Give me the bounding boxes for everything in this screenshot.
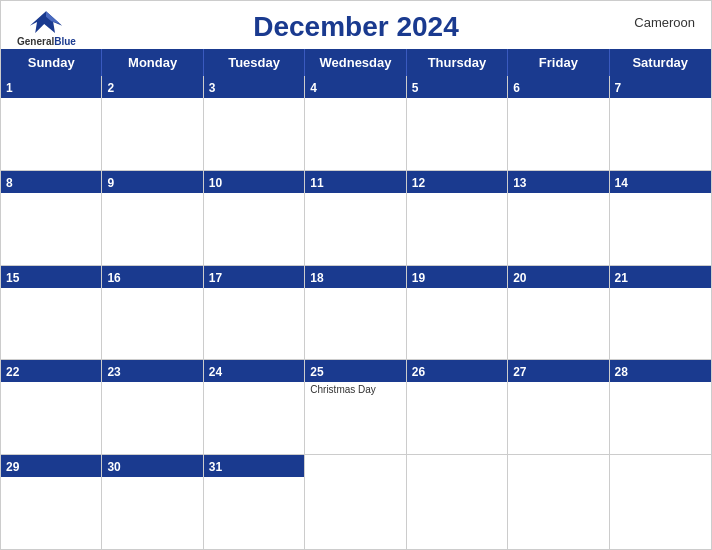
- calendar-cell: 29: [1, 455, 102, 549]
- date-number: 3: [209, 81, 216, 95]
- calendar-container: GeneralBlue December 2024 Cameroon Sunda…: [0, 0, 712, 550]
- calendar-cell: 15: [1, 266, 102, 361]
- calendar-cell: 24: [204, 360, 305, 455]
- calendar-cell: 5: [407, 76, 508, 171]
- calendar-cell: 30: [102, 455, 203, 549]
- calendar-cell: 20: [508, 266, 609, 361]
- calendar-grid: 1234567891011121314151617181920212223242…: [1, 76, 711, 549]
- date-number: 18: [310, 271, 323, 285]
- event-label: Christmas Day: [310, 384, 400, 395]
- calendar-cell: 6: [508, 76, 609, 171]
- calendar-cell: 4: [305, 76, 406, 171]
- date-number: 8: [6, 176, 13, 190]
- date-number: 20: [513, 271, 526, 285]
- day-header-saturday: Saturday: [610, 49, 711, 76]
- date-number: 14: [615, 176, 628, 190]
- calendar-cell: 2: [102, 76, 203, 171]
- calendar-cell: 14: [610, 171, 711, 266]
- date-number: 12: [412, 176, 425, 190]
- date-number: 22: [6, 365, 19, 379]
- date-number: 23: [107, 365, 120, 379]
- calendar-cell: 8: [1, 171, 102, 266]
- calendar-cell: 23: [102, 360, 203, 455]
- days-of-week-header: Sunday Monday Tuesday Wednesday Thursday…: [1, 49, 711, 76]
- calendar-cell: 12: [407, 171, 508, 266]
- calendar-cell: 31: [204, 455, 305, 549]
- date-number: 13: [513, 176, 526, 190]
- date-number: 9: [107, 176, 114, 190]
- calendar-cell: [508, 455, 609, 549]
- day-header-friday: Friday: [508, 49, 609, 76]
- date-number: 11: [310, 176, 323, 190]
- day-header-monday: Monday: [102, 49, 203, 76]
- calendar-cell: 13: [508, 171, 609, 266]
- date-number: 10: [209, 176, 222, 190]
- calendar-cell: 25Christmas Day: [305, 360, 406, 455]
- calendar-cell: 28: [610, 360, 711, 455]
- day-header-thursday: Thursday: [407, 49, 508, 76]
- logo-bird-icon: [28, 9, 64, 37]
- date-number: 15: [6, 271, 19, 285]
- logo-area: GeneralBlue: [17, 9, 76, 47]
- calendar-cell: 18: [305, 266, 406, 361]
- calendar-cell: 22: [1, 360, 102, 455]
- date-number: 2: [107, 81, 114, 95]
- calendar-cell: 11: [305, 171, 406, 266]
- date-number: 7: [615, 81, 622, 95]
- date-number: 25: [310, 365, 323, 379]
- date-number: 24: [209, 365, 222, 379]
- calendar-cell: 9: [102, 171, 203, 266]
- date-number: 19: [412, 271, 425, 285]
- calendar-header: GeneralBlue December 2024 Cameroon: [1, 1, 711, 49]
- logo-general-text: GeneralBlue: [17, 37, 76, 47]
- date-number: 30: [107, 460, 120, 474]
- date-number: 1: [6, 81, 13, 95]
- date-number: 5: [412, 81, 419, 95]
- country-label: Cameroon: [634, 15, 695, 30]
- date-number: 26: [412, 365, 425, 379]
- day-header-sunday: Sunday: [1, 49, 102, 76]
- date-number: 16: [107, 271, 120, 285]
- date-number: 17: [209, 271, 222, 285]
- day-header-wednesday: Wednesday: [305, 49, 406, 76]
- date-number: 21: [615, 271, 628, 285]
- date-number: 4: [310, 81, 317, 95]
- day-header-tuesday: Tuesday: [204, 49, 305, 76]
- calendar-cell: 19: [407, 266, 508, 361]
- date-number: 29: [6, 460, 19, 474]
- date-number: 27: [513, 365, 526, 379]
- calendar-cell: 26: [407, 360, 508, 455]
- calendar-cell: [407, 455, 508, 549]
- date-number: 28: [615, 365, 628, 379]
- calendar-cell: [610, 455, 711, 549]
- calendar-cell: 21: [610, 266, 711, 361]
- calendar-cell: [305, 455, 406, 549]
- calendar-cell: 16: [102, 266, 203, 361]
- date-number: 6: [513, 81, 520, 95]
- calendar-cell: 17: [204, 266, 305, 361]
- date-number: 31: [209, 460, 222, 474]
- calendar-title: December 2024: [253, 11, 458, 43]
- calendar-cell: 7: [610, 76, 711, 171]
- calendar-cell: 27: [508, 360, 609, 455]
- calendar-cell: 1: [1, 76, 102, 171]
- calendar-cell: 10: [204, 171, 305, 266]
- calendar-cell: 3: [204, 76, 305, 171]
